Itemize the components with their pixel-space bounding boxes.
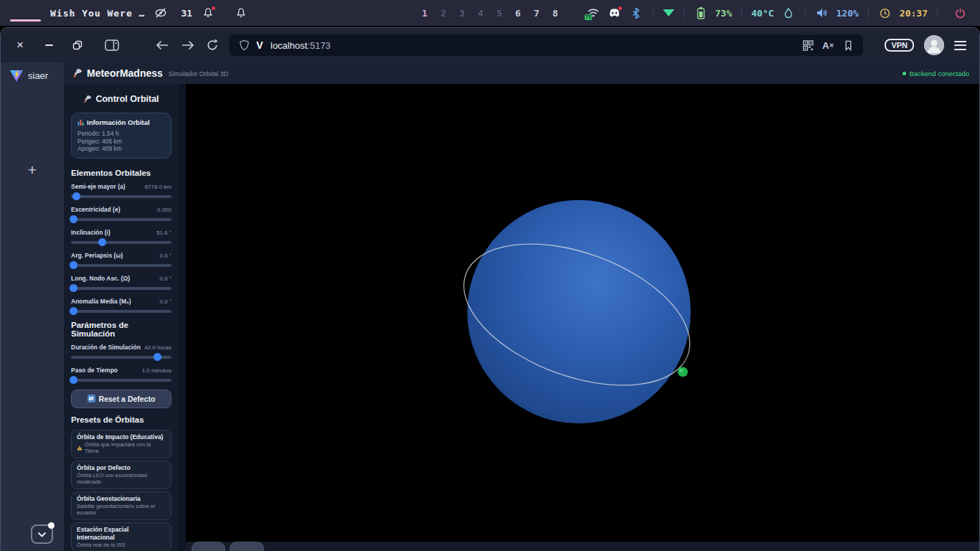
info-apogeo: Apogeo: 409 km — [77, 145, 165, 153]
satellite-highlight — [679, 369, 683, 372]
slider-thumb[interactable] — [70, 284, 77, 292]
bell-secondary-icon[interactable] — [234, 6, 248, 20]
workspace-6[interactable]: 6 — [514, 8, 522, 19]
system-bar: Wish You Were … 31 1 2 3 4 5 6 7 8 75 — [0, 0, 980, 26]
slider-track[interactable] — [71, 379, 171, 382]
wifi-signal-badge: 75 — [585, 14, 592, 20]
url-port: :5173 — [307, 40, 331, 51]
preset-impacto[interactable]: Órbita de Impacto (Educativa) Órbita que… — [71, 430, 171, 458]
preset-geostacionaria[interactable]: Órbita Geostacionaria Satélite geoestaci… — [71, 491, 171, 520]
slider-track[interactable] — [71, 264, 171, 267]
workspace-4[interactable]: 4 — [477, 8, 484, 19]
url-host: localhost — [270, 40, 307, 51]
slider-thumb[interactable] — [154, 353, 161, 361]
slider-thumb[interactable] — [72, 192, 80, 200]
reload-icon[interactable] — [204, 37, 220, 53]
volume-percent: 120% — [837, 8, 859, 19]
reset-icon: ⇄ — [88, 395, 95, 402]
slider-track[interactable] — [71, 218, 171, 221]
clock-icon — [878, 6, 892, 20]
info-perigeo: Perigeo: 405 km — [77, 138, 165, 146]
slider-thumb[interactable] — [70, 307, 77, 315]
rocket-icon — [72, 68, 83, 78]
viewport-bottom-bar — [186, 542, 979, 551]
bluetooth-icon[interactable] — [629, 6, 644, 20]
rocket-icon — [83, 95, 92, 103]
slider-semi-eje: Semi-eje mayor (a)6778.0 km — [71, 183, 171, 198]
shield-icon[interactable] — [236, 37, 252, 53]
orbit-scene — [186, 84, 979, 551]
qr-code-icon[interactable] — [800, 37, 816, 53]
temperature-value: 40°C — [751, 8, 773, 19]
satellite-marker — [678, 367, 688, 377]
battery-percent: 73% — [715, 8, 732, 19]
close-window-button[interactable]: × — [14, 39, 27, 52]
add-panel-button[interactable]: + — [1, 161, 64, 179]
bell-alert-dot — [212, 6, 215, 10]
slider-arg-periapsis: Arg. Periapsis (ω)0.0 ° — [71, 252, 171, 267]
vite-logo-icon — [9, 69, 24, 83]
workspace-1[interactable]: 1 — [421, 8, 428, 19]
slider-inclinacion: Inclinación (i)51.6 ° — [71, 229, 171, 244]
workspace-8[interactable]: 8 — [552, 8, 559, 19]
workspace-3[interactable]: 3 — [458, 8, 466, 19]
elements-heading: Elementos Orbitales — [71, 169, 171, 177]
slider-thumb[interactable] — [70, 215, 77, 223]
workspace-5[interactable]: 5 — [496, 8, 503, 19]
reset-default-button[interactable]: ⇄ Reset a Defecto — [71, 390, 171, 408]
slider-thumb[interactable] — [98, 238, 106, 246]
simulation-heading: Parámetros de Simulación — [71, 321, 171, 338]
playback-button-1[interactable] — [192, 542, 225, 551]
forward-icon[interactable] — [180, 37, 196, 53]
app-subtitle: Simulador Orbital 3D — [169, 70, 229, 77]
app-header: MeteorMadness Simulador Orbital 3D Backe… — [64, 62, 979, 84]
minimize-window-button[interactable] — [42, 39, 55, 52]
address-bar[interactable]: V localhost:5173 A✕ — [229, 34, 863, 56]
network-dropdown-icon[interactable] — [663, 9, 674, 17]
workspace-2[interactable]: 2 — [440, 8, 447, 19]
translate-icon[interactable]: A✕ — [820, 37, 836, 53]
panel-toggle-icon[interactable] — [104, 37, 120, 53]
slider-track[interactable] — [71, 241, 171, 244]
preset-iss[interactable]: Estación Espacial Internacional Órbita r… — [71, 522, 171, 551]
info-periodo: Periodo: 1.54 h — [77, 130, 165, 138]
profile-item[interactable]: siaer — [1, 62, 64, 83]
slider-nodo-asc: Long. Nodo Asc. (Ω)0.0 ° — [71, 275, 171, 290]
bell-icon[interactable] — [201, 6, 215, 20]
app-title: MeteorMadness — [87, 67, 163, 79]
battery-icon — [694, 6, 708, 20]
slider-track[interactable] — [71, 310, 171, 313]
panel-scrollbar[interactable] — [179, 84, 186, 551]
discord-icon[interactable] — [608, 6, 622, 20]
eye-off-icon[interactable] — [154, 6, 168, 20]
vpn-badge[interactable]: VPN — [885, 39, 914, 52]
profile-avatar[interactable] — [924, 35, 944, 55]
workspace-7[interactable]: 7 — [533, 8, 540, 19]
volume-icon — [815, 6, 829, 20]
playback-button-2[interactable] — [230, 542, 264, 551]
slider-paso-tiempo: Paso de Tiempo1.0 minutos — [71, 367, 171, 382]
wifi-icon[interactable]: 75 — [586, 6, 600, 20]
back-icon[interactable] — [154, 37, 170, 53]
info-card-title: Información Orbital — [87, 118, 150, 126]
slider-thumb[interactable] — [70, 376, 77, 384]
panel-notification-dot — [48, 522, 55, 529]
profile-name: siaer — [28, 70, 48, 81]
bookmark-icon[interactable] — [840, 37, 856, 53]
preset-defecto[interactable]: Órbita por Defecto Órbita LEO con excent… — [71, 461, 171, 489]
browser-side-panel: siaer + — [1, 62, 64, 551]
slider-track[interactable] — [71, 287, 171, 290]
panel-title: Control Orbital — [71, 94, 171, 104]
menu-icon[interactable] — [954, 41, 966, 50]
vivaldi-site-icon: V — [252, 37, 268, 53]
slider-thumb[interactable] — [70, 261, 77, 269]
warning-icon — [77, 446, 83, 451]
browser-window: × V localhost:5173 — [0, 27, 980, 551]
slider-track[interactable] — [71, 195, 171, 198]
slider-track[interactable] — [71, 356, 171, 359]
maximize-window-button[interactable] — [71, 39, 84, 52]
slider-excentricidad: Excentricidad (e)0.000 — [71, 206, 171, 221]
backend-status: Backend conectado — [903, 70, 969, 77]
power-icon[interactable] — [953, 6, 967, 20]
orbit-3d-viewport[interactable] — [186, 84, 979, 551]
